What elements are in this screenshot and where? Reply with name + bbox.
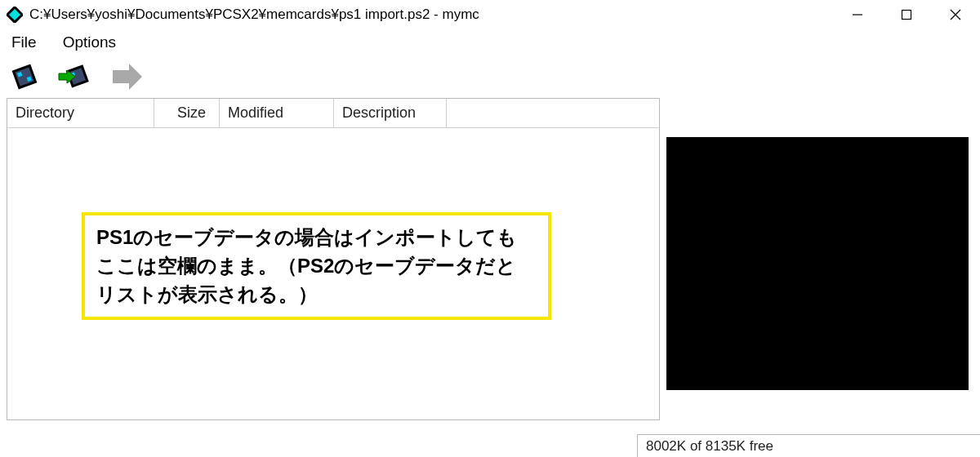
status-free-space: 8002K of 8135K free (646, 438, 773, 455)
column-header-description[interactable]: Description (334, 99, 447, 127)
menu-options[interactable]: Options (58, 32, 121, 53)
svg-marker-14 (113, 64, 142, 90)
minimize-button[interactable] (833, 0, 882, 29)
toolbar (0, 55, 980, 98)
window-title: C:¥Users¥yoshi¥Documents¥PCSX2¥memcards¥… (29, 7, 833, 23)
column-header-spacer (447, 99, 659, 127)
window-controls (833, 0, 980, 29)
menu-file[interactable]: File (7, 32, 42, 53)
close-button[interactable] (931, 0, 980, 29)
menubar: File Options (0, 29, 980, 55)
open-card-button[interactable] (7, 59, 42, 95)
titlebar: C:¥Users¥yoshi¥Documents¥PCSX2¥memcards¥… (0, 0, 980, 29)
annotation-text: PS1のセーブデータの場合はインポートしてもここは空欄のまま。（PS2のセーブデ… (96, 226, 517, 305)
icon-preview-panel (666, 137, 969, 390)
svg-rect-3 (902, 11, 911, 20)
column-header-modified[interactable]: Modified (220, 99, 334, 127)
column-header-size[interactable]: Size (154, 99, 220, 127)
status-bar: 8002K of 8135K free (637, 434, 980, 457)
annotation-callout: PS1のセーブデータの場合はインポートしてもここは空欄のまま。（PS2のセーブデ… (82, 212, 551, 320)
export-save-button[interactable] (108, 59, 144, 95)
app-icon (7, 7, 23, 23)
column-header-directory[interactable]: Directory (7, 99, 154, 127)
import-save-button[interactable] (57, 59, 93, 95)
table-header-row: Directory Size Modified Description (7, 99, 659, 128)
maximize-button[interactable] (882, 0, 931, 29)
